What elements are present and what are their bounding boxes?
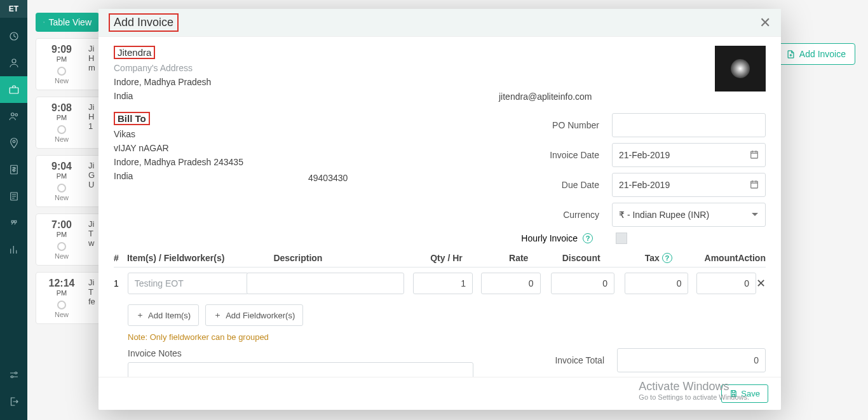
qty-input[interactable]	[413, 273, 473, 294]
user-icon[interactable]	[0, 50, 27, 76]
svg-point-8	[15, 372, 17, 374]
chevron-down-icon	[752, 213, 758, 216]
currency-select[interactable]: ₹ - Indian Rupee (INR)	[612, 203, 766, 227]
invoice-notes-label: Invoice Notes	[128, 348, 182, 358]
card-ampm: PM	[43, 114, 81, 121]
card-ampm: PM	[43, 172, 81, 180]
modal-title-highlight: Add Invoice	[109, 13, 179, 32]
list-icon	[43, 18, 45, 27]
col-qty: Qty / Hr	[395, 253, 463, 263]
discount-input[interactable]	[551, 273, 614, 294]
svg-point-4	[15, 114, 17, 116]
svg-rect-11	[751, 181, 758, 188]
file-plus-icon	[786, 50, 796, 59]
svg-point-5	[13, 140, 15, 143]
company-address-placeholder: Company's Address	[114, 63, 499, 73]
help-icon[interactable]: ?	[662, 253, 672, 263]
form-icon[interactable]	[0, 183, 27, 210]
settings-sliders-icon[interactable]	[0, 362, 27, 388]
svg-rect-10	[751, 151, 758, 158]
bill-to-heading: Bill To	[118, 113, 146, 124]
billto-phone: 49403430	[308, 112, 499, 244]
svg-rect-2	[10, 88, 18, 93]
col-rate: Rate	[463, 253, 529, 263]
card-status: New	[43, 135, 81, 143]
items-table: # Item(s) / Fieldworker(s) Description Q…	[114, 253, 766, 377]
invoice-total-value	[617, 348, 766, 372]
calendar-icon[interactable]	[749, 149, 759, 161]
amount-input[interactable]	[696, 273, 756, 294]
dashboard-icon[interactable]	[0, 23, 27, 50]
close-icon[interactable]: ✕	[759, 15, 771, 31]
company-name: Jitendra	[118, 47, 151, 58]
status-dot-icon	[57, 184, 66, 193]
app-logo: ET	[0, 0, 27, 18]
table-view-label: Table View	[49, 17, 92, 27]
invoice-dollar-icon[interactable]	[0, 156, 27, 183]
bill-to-heading-highlight: Bill To	[114, 112, 150, 125]
modal-body: Jitendra Company's Address Indore, Madhy…	[98, 37, 781, 377]
po-number-input[interactable]	[612, 113, 766, 137]
table-view-button[interactable]: Table View	[36, 13, 99, 32]
modal-footer: Activate Windows Go to Settings to activ…	[98, 377, 781, 410]
briefcase-icon[interactable]	[0, 76, 27, 103]
col-action: Action	[738, 253, 766, 263]
due-date-input[interactable]	[612, 173, 766, 197]
col-disc: Discount	[528, 253, 600, 263]
col-desc: Description	[273, 253, 395, 263]
status-dot-icon	[57, 67, 66, 76]
bar-chart-icon[interactable]	[0, 236, 27, 263]
card-time: 9:09	[51, 44, 72, 55]
add-fieldworker-button[interactable]: ＋Add Fieldworker(s)	[205, 304, 303, 326]
card-time: 9:04	[51, 161, 72, 172]
billto-name: Vikas	[114, 129, 308, 139]
status-dot-icon	[57, 125, 66, 134]
users-icon[interactable]	[0, 103, 27, 130]
calendar-icon[interactable]	[749, 179, 759, 191]
add-invoice-label: Add Invoice	[799, 49, 846, 59]
add-invoice-button[interactable]: Add Invoice	[776, 43, 855, 65]
card-time: 12:14	[49, 278, 75, 288]
card-time: 7:00	[51, 219, 72, 230]
add-invoice-modal: Add Invoice ✕ Jitendra Company's Address…	[98, 9, 781, 410]
row-index: 1	[114, 278, 128, 288]
col-index: #	[114, 253, 127, 263]
status-dot-icon	[57, 242, 66, 251]
help-icon[interactable]: ?	[583, 233, 593, 243]
logout-icon[interactable]	[0, 388, 27, 415]
card-ampm: PM	[43, 289, 81, 297]
modal-title: Add Invoice	[114, 16, 173, 29]
rate-input[interactable]	[481, 273, 541, 294]
card-status: New	[43, 194, 81, 201]
company-country: India	[114, 91, 499, 101]
hourly-invoice-checkbox[interactable]	[616, 233, 627, 244]
add-item-button[interactable]: ＋Add Item(s)	[128, 304, 199, 326]
company-name-highlight: Jitendra	[114, 46, 155, 59]
billto-country: India	[114, 171, 308, 181]
description-input[interactable]	[247, 273, 404, 294]
hourly-invoice-label: Hourly Invoice	[521, 233, 578, 243]
col-item: Item(s) / Fieldworker(s)	[127, 253, 273, 263]
save-button[interactable]: Save	[721, 384, 768, 403]
add-item-label: Add Item(s)	[148, 311, 191, 320]
svg-point-9	[11, 376, 13, 378]
remove-row-icon[interactable]: ✕	[756, 276, 766, 290]
sidebar: ET	[0, 0, 27, 420]
add-fieldworker-label: Add Fieldworker(s)	[226, 311, 295, 320]
due-date-label: Due Date	[499, 180, 612, 190]
save-label: Save	[741, 389, 760, 398]
company-logo-image	[715, 46, 766, 91]
invoice-date-input[interactable]	[612, 143, 766, 167]
fieldworker-note: Note: Only fieldworker can be grouped	[128, 332, 766, 342]
status-dot-icon	[57, 301, 66, 309]
svg-point-3	[11, 113, 14, 116]
item-input[interactable]	[128, 273, 248, 294]
map-pin-icon[interactable]	[0, 130, 27, 156]
company-email: jitendra@apliteinfo.com	[499, 46, 689, 102]
tax-input[interactable]	[625, 273, 688, 294]
quote-icon[interactable]	[0, 210, 27, 236]
billto-city: Indore, Madhya Pradesh 243435	[114, 157, 308, 167]
invoice-notes-input[interactable]	[128, 362, 473, 377]
invoice-date-label: Invoice Date	[499, 150, 612, 160]
plus-icon: ＋	[214, 309, 222, 321]
